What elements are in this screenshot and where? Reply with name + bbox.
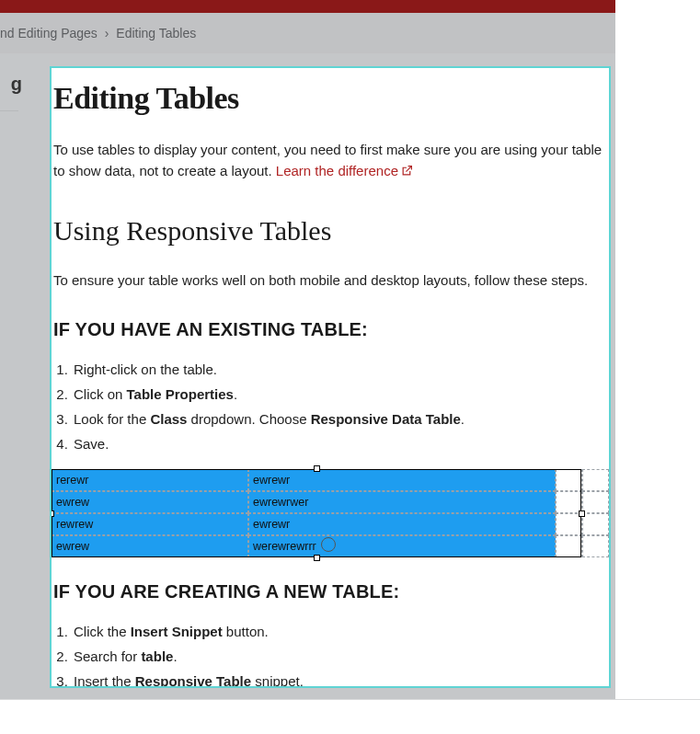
step-item: Save. xyxy=(72,431,609,456)
existing-steps-list: Right-click on the table.Click on Table … xyxy=(53,357,609,456)
table-cell[interactable]: rewrew xyxy=(52,513,248,535)
content-panel[interactable]: Editing Tables To use tables to display … xyxy=(50,66,611,688)
new-table-heading: IF YOU ARE CREATING A NEW TABLE: xyxy=(53,581,609,602)
table-cell[interactable]: rerewr xyxy=(52,469,248,491)
existing-table-heading: IF YOU HAVE AN EXISTING TABLE: xyxy=(53,319,609,340)
table-cell[interactable] xyxy=(556,491,582,513)
sidebar-rule xyxy=(0,110,18,111)
table-row[interactable]: rerewrewrewr xyxy=(52,469,609,491)
breadcrumb-part-1[interactable]: nd Editing Pages xyxy=(0,26,98,40)
sidebar-fragment: g xyxy=(0,74,22,95)
sample-table[interactable]: rerewrewrewrewrewewrewrwerrewrewewrewrew… xyxy=(52,469,609,557)
external-link-icon xyxy=(401,162,413,183)
learn-difference-link[interactable]: Learn the difference xyxy=(276,163,413,178)
step-item: Click the Insert Snippet button. xyxy=(72,619,609,644)
section-responsive-intro: To ensure your table works well on both … xyxy=(53,272,605,288)
table-cell[interactable]: werewrewrrr xyxy=(248,535,556,557)
table-row[interactable]: rewrewewrewr xyxy=(52,513,609,535)
step-item: Click on Table Properties. xyxy=(72,382,609,407)
breadcrumb: nd Editing Pages › Editing Tables xyxy=(0,13,615,53)
table-cell[interactable]: ewrewr xyxy=(248,469,556,491)
intro-paragraph: To use tables to display your content, y… xyxy=(53,140,605,182)
table-cell[interactable]: ewrew xyxy=(52,535,248,557)
table-cell[interactable] xyxy=(582,491,609,513)
table-editor[interactable]: rerewrewrewrewrewewrewrwerrewrewewrewrew… xyxy=(52,469,609,557)
breadcrumb-part-2[interactable]: Editing Tables xyxy=(116,26,196,40)
table-cell[interactable]: ewrewrwer xyxy=(248,491,556,513)
table-row[interactable]: ewrewwerewrewrrr xyxy=(52,535,609,557)
top-brand-bar xyxy=(0,0,615,13)
section-responsive-heading: Using Responsive Tables xyxy=(53,215,609,247)
step-item: Right-click on the table. xyxy=(72,357,609,382)
bottom-strip xyxy=(0,699,700,734)
step-item: Search for table. xyxy=(72,644,609,669)
table-cell[interactable] xyxy=(582,469,609,491)
table-cell[interactable] xyxy=(556,513,582,535)
new-steps-list: Click the Insert Snippet button.Search f… xyxy=(53,619,609,688)
breadcrumb-separator: › xyxy=(105,26,109,40)
step-item: Insert the Responsive Table snippet. xyxy=(72,669,609,688)
table-cell[interactable] xyxy=(582,513,609,535)
right-gutter xyxy=(615,0,700,700)
table-cell[interactable]: ewrew xyxy=(52,491,248,513)
table-cell[interactable] xyxy=(556,535,582,557)
page-title: Editing Tables xyxy=(53,81,609,116)
step-item: Look for the Class dropdown. Choose Resp… xyxy=(72,407,609,431)
table-cell[interactable]: ewrewr xyxy=(248,513,556,535)
table-row[interactable]: ewrewewrewrwer xyxy=(52,491,609,513)
table-cell[interactable] xyxy=(582,535,609,557)
table-cell[interactable] xyxy=(556,469,582,491)
